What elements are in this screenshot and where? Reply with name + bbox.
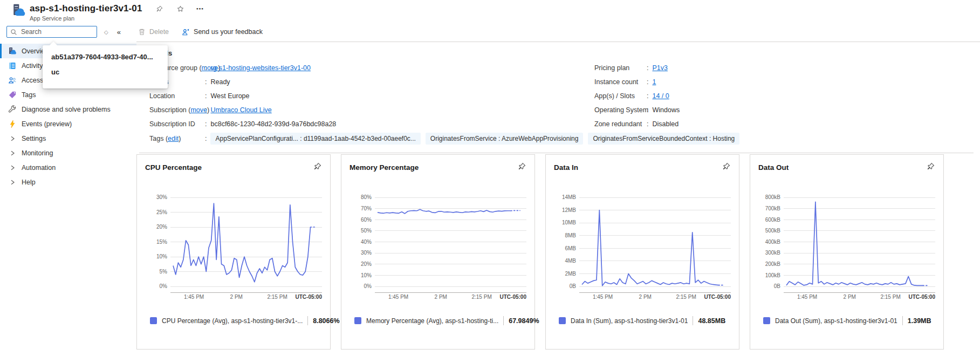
sidebar-item-automation[interactable]: Automation	[0, 160, 136, 175]
svg-text:UTC-05:00: UTC-05:00	[909, 294, 936, 300]
essentials-label: Pricing plan	[594, 64, 647, 72]
svg-text:200kB: 200kB	[765, 261, 781, 267]
sidebar-item-label: Tags	[22, 91, 36, 99]
events-preview-icon	[8, 120, 17, 128]
svg-text:4MB: 4MB	[565, 258, 576, 264]
colon-separator: :	[205, 120, 207, 128]
metric-card-cpu-percentage: CPU Percentage 30%25%20%15%10%5%0%1:45 P…	[136, 154, 331, 350]
command-bar: ◇ « Delete Send us your feedback	[6, 25, 263, 38]
tooltip-line-1: ab51a379-7604-4933-8ed7-40...	[51, 53, 159, 61]
legend-divider	[902, 316, 903, 325]
chevron-right-icon	[8, 150, 17, 156]
legend-series-name: CPU Percentage (Avg), asp-s1-hosting-tie…	[162, 317, 303, 325]
essentials-value: bc8cf68c-1230-48d2-939d-9a76bdc98a28	[210, 120, 336, 128]
feedback-person-icon	[182, 28, 190, 36]
pin-chart-icon[interactable]	[313, 162, 321, 172]
svg-text:30%: 30%	[156, 194, 167, 200]
svg-text:0%: 0%	[364, 283, 372, 289]
edit-tags-link[interactable]: edit	[168, 135, 179, 142]
colon-separator: :	[205, 92, 207, 100]
colon-separator: :	[647, 64, 648, 72]
sidebar-item-settings[interactable]: Settings	[0, 131, 136, 146]
tags-row: Tags (edit):AppServicePlanConfigurati...…	[149, 132, 744, 145]
svg-text:10%: 10%	[361, 272, 372, 278]
essentials-label: Zone redundant	[594, 120, 647, 128]
svg-text:0B: 0B	[570, 283, 577, 289]
essentials-value-link[interactable]: 1	[652, 78, 656, 86]
svg-text:10MB: 10MB	[562, 220, 576, 225]
pin-icon[interactable]	[156, 5, 163, 12]
sidebar-item-monitoring[interactable]: Monitoring	[0, 146, 136, 160]
colon-separator: :	[647, 92, 648, 100]
pin-chart-icon[interactable]	[927, 162, 935, 172]
collapse-menu-icon[interactable]: «	[117, 28, 121, 36]
svg-text:8MB: 8MB	[565, 232, 576, 238]
svg-text:500kB: 500kB	[765, 228, 781, 234]
pin-chart-icon[interactable]	[518, 162, 526, 172]
chart-legend: Data In (Sum), asp-s1-hosting-tier3v1-01…	[559, 316, 725, 325]
colon-separator: :	[205, 135, 207, 142]
tag-value-tooltip: ab51a379-7604-4933-8ed7-40... uc	[43, 45, 168, 88]
metric-card-data-in: Data In 14MB12MB10MB8MB6MB4MB2MB0B1:45 P…	[545, 154, 739, 350]
essentials-row-resource-group: Resource group (move):rg-s1-hosting-webs…	[149, 61, 336, 75]
svg-text:UTC-05:00: UTC-05:00	[500, 294, 527, 300]
svg-text:2 PM: 2 PM	[844, 294, 856, 300]
chevron-right-icon	[8, 135, 17, 142]
essentials-label: Instance count	[594, 78, 647, 86]
colon-separator: :	[205, 106, 207, 114]
essentials-value-link[interactable]: Umbraco Cloud Live	[210, 106, 271, 114]
legend-divider	[693, 316, 693, 325]
page-header: asp-s1-hosting-tier3v1-01 ⋯ App Service …	[11, 3, 204, 22]
chart-title: Data Out	[758, 163, 789, 172]
sidebar-item-tags[interactable]: Tags	[0, 87, 136, 102]
favorite-star-icon[interactable]	[177, 5, 184, 12]
svg-text:2 PM: 2 PM	[639, 294, 652, 300]
essentials-row-app-s-slots: App(s) / Slots:14 / 0	[594, 89, 680, 103]
metric-chart: 30%25%20%15%10%5%0%1:45 PM2 PM2:15 PMUTC…	[141, 186, 327, 304]
svg-text:15%: 15%	[156, 239, 167, 245]
pin-chart-icon[interactable]	[722, 162, 730, 172]
more-options-icon[interactable]: ⋯	[196, 4, 204, 13]
search-box[interactable]	[6, 26, 97, 38]
colon-separator: :	[647, 78, 648, 86]
essentials-label: App(s) / Slots	[594, 92, 647, 100]
essentials-row-zone-redundant: Zone redundant:Disabled	[594, 117, 680, 131]
svg-text:20%: 20%	[361, 261, 372, 267]
page-title: asp-s1-hosting-tier3v1-01	[30, 3, 142, 14]
essentials-value-link[interactable]: P1v3	[652, 64, 668, 72]
essentials-label: Subscription ID	[149, 120, 205, 128]
svg-text:UTC-05:00: UTC-05:00	[704, 294, 731, 300]
essentials-right-column: Pricing plan:P1v3Instance count:1App(s) …	[594, 61, 680, 131]
svg-text:2:15 PM: 2:15 PM	[676, 294, 696, 300]
sidebar-item-events-preview[interactable]: Events (preview)	[0, 117, 136, 131]
svg-text:6MB: 6MB	[565, 245, 576, 251]
svg-text:2 PM: 2 PM	[230, 294, 243, 300]
metric-chart: 14MB12MB10MB8MB6MB4MB2MB0B1:45 PM2 PM2:1…	[550, 186, 736, 304]
essentials-row-subscription: Subscription (move):Umbraco Cloud Live	[149, 103, 336, 117]
sidebar-item-help[interactable]: Help	[0, 175, 136, 189]
feedback-button[interactable]: Send us your feedback	[182, 28, 263, 36]
essentials-value-link[interactable]: 14 / 0	[652, 92, 669, 100]
legend-value: 1.39MB	[908, 317, 931, 325]
svg-text:1:45 PM: 1:45 PM	[184, 294, 204, 300]
search-input[interactable]	[20, 28, 93, 36]
access-control-iam-icon	[8, 76, 17, 85]
colon-separator: :	[205, 64, 207, 72]
metric-chart: 800kB700kB600kB500kB400kB300kB200kB100kB…	[755, 186, 940, 304]
app-service-plan-icon	[11, 3, 26, 18]
search-icon	[10, 29, 17, 36]
essentials-row-location: Location:West Europe	[149, 89, 336, 103]
tag-pill: OriginatesFromServiceBoundedContext : Ho…	[588, 133, 739, 145]
svg-text:50%: 50%	[361, 228, 372, 234]
essentials-value: Disabled	[652, 120, 679, 128]
sidebar-item-diagnose-and-solve-problems[interactable]: Diagnose and solve problems	[0, 102, 136, 117]
overview-content: Essentials Resource group (move):rg-s1-h…	[136, 43, 980, 363]
essentials-value-link[interactable]: rg-s1-hosting-websites-tier3v1-00	[210, 64, 311, 72]
legend-series-name: Memory Percentage (Avg), asp-s1-hosting-…	[366, 317, 498, 325]
svg-text:0%: 0%	[160, 283, 168, 289]
delete-button[interactable]: Delete	[138, 28, 169, 36]
svg-text:700kB: 700kB	[765, 206, 781, 211]
header-divider	[136, 42, 980, 42]
essentials-value: Ready	[210, 78, 230, 86]
svg-text:2:15 PM: 2:15 PM	[880, 294, 900, 300]
